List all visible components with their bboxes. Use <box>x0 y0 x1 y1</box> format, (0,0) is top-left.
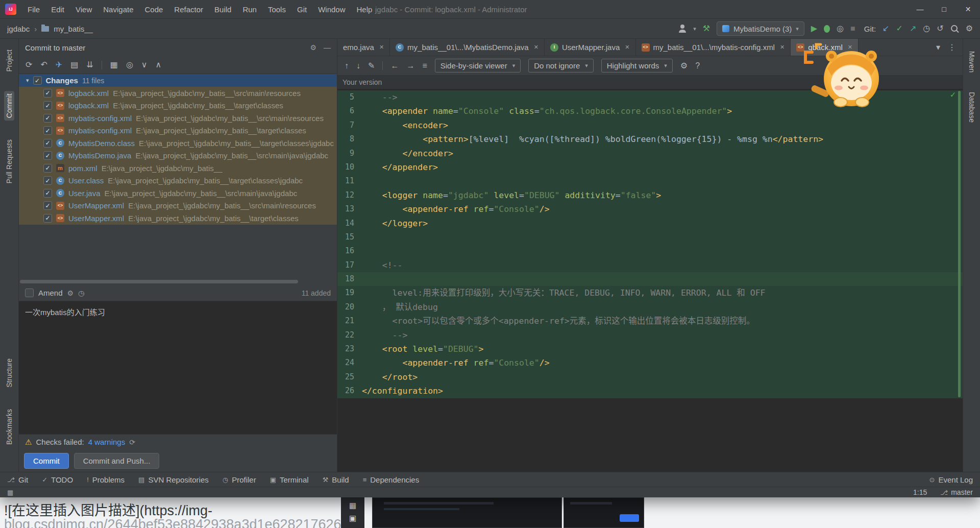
code-line[interactable]: 26</configuration> <box>337 384 963 398</box>
close-button[interactable]: ✕ <box>956 0 980 18</box>
unshelve-icon[interactable]: ⇊ <box>86 61 93 69</box>
breadcrumb-item[interactable]: jgdabc <box>7 25 30 33</box>
expand-all-icon[interactable]: ∨ <box>141 61 148 69</box>
code-line[interactable]: 21 <root>可以包含零个或多个<appender-ref>元素，标识这个输… <box>337 314 963 328</box>
coverage-button[interactable]: ◎ <box>837 25 844 33</box>
next-diff-icon[interactable]: → <box>406 62 414 70</box>
editor-tab[interactable]: IUserMapper.java✕ <box>545 39 636 56</box>
menu-file[interactable]: File <box>22 3 45 16</box>
minimize-button[interactable]: — <box>908 0 932 18</box>
thumbnail-button[interactable] <box>620 514 639 522</box>
toolwindow-switcher-icon[interactable]: ▦ <box>7 489 13 496</box>
changed-file-row[interactable]: ✓CMybatisDemo.javaE:\java_project_\jgdab… <box>19 150 337 162</box>
diff-list-icon[interactable]: ≡ <box>422 62 427 70</box>
caret-position[interactable]: 1:15 <box>913 488 927 496</box>
commit-options-gear-icon[interactable]: ⚙ <box>67 290 74 297</box>
menu-navigate[interactable]: Navigate <box>98 3 138 16</box>
code-line[interactable]: 8 <pattern>[%level] %cyan([%thread]) %bo… <box>337 132 963 146</box>
breadcrumb-item[interactable]: my_batis__ <box>54 25 93 33</box>
run-button[interactable]: ▶ <box>811 25 817 33</box>
menu-help[interactable]: Help <box>352 3 378 16</box>
diff-settings-gear-icon[interactable]: ⚙ <box>680 62 688 70</box>
next-change-icon[interactable]: ↓ <box>356 62 360 70</box>
toolwindow-button-problems[interactable]: !Problems <box>87 475 125 484</box>
changed-file-row[interactable]: ✓<>UserMapper.xmlE:\java_project_\jgdabc… <box>19 200 337 212</box>
code-editor[interactable]: 5 -->6 <appender name="Console" class="c… <box>337 89 963 472</box>
collapse-all-icon[interactable]: ∧ <box>156 61 162 69</box>
menu-window[interactable]: Window <box>313 3 350 16</box>
chevron-down-icon[interactable]: ▾ <box>693 26 696 32</box>
code-line[interactable]: 24 <appender-ref ref="Console"/> <box>337 356 963 370</box>
file-checkbox[interactable]: ✓ <box>43 189 52 198</box>
code-line[interactable]: 11 <box>337 174 963 188</box>
code-line[interactable]: 7 <encoder> <box>337 118 963 132</box>
ignore-policy-select[interactable]: Do not ignore ▾ <box>528 59 594 73</box>
horizontal-scrollbar[interactable] <box>20 280 336 284</box>
close-tab-icon[interactable]: ✕ <box>625 44 629 51</box>
prev-change-icon[interactable]: ↑ <box>345 62 349 70</box>
shelve-icon[interactable]: ✈ <box>56 61 62 69</box>
user-account-icon[interactable] <box>678 25 687 33</box>
settings-gear-icon[interactable]: ⚙ <box>966 25 973 33</box>
toolwindow-button-profiler[interactable]: ◷Profiler <box>223 475 256 484</box>
commit-and-push-button[interactable]: Commit and Push... <box>74 453 160 469</box>
code-line[interactable]: 22 --> <box>337 328 963 342</box>
menu-refactor[interactable]: Refactor <box>169 3 208 16</box>
file-checkbox[interactable]: ✓ <box>43 201 52 210</box>
changed-file-row[interactable]: ✓CUser.javaE:\java_project_\jgdabc\my_ba… <box>19 187 337 200</box>
toolwindow-button-build[interactable]: ⚒Build <box>323 475 349 484</box>
rollback-icon[interactable]: ↶ <box>40 61 47 69</box>
file-checkbox[interactable]: ✓ <box>43 164 52 173</box>
commit-message-input[interactable]: 一次mybatis的入门练习 <box>19 301 337 435</box>
screenshot-thumbnail[interactable] <box>564 497 644 528</box>
floating-sidebar-toolbar[interactable]: ▦ ▣ <box>341 497 364 528</box>
file-checkbox[interactable]: ✓ <box>43 89 52 98</box>
code-line[interactable]: 25 </root> <box>337 370 963 384</box>
grid-icon[interactable]: ▦ <box>349 501 356 509</box>
code-line[interactable]: 10 </appender> <box>337 160 963 174</box>
file-checkbox[interactable]: ✓ <box>43 139 52 148</box>
group-by-icon[interactable]: ▦ <box>110 61 118 69</box>
stripe-item-maven[interactable]: Maven <box>968 51 976 73</box>
menu-code[interactable]: Code <box>139 3 168 16</box>
file-checkbox[interactable]: ✓ <box>43 151 52 160</box>
event-log-button[interactable]: ⊙ Event Log <box>929 475 973 484</box>
menu-build[interactable]: Build <box>209 3 236 16</box>
history-icon[interactable]: ◷ <box>923 25 930 33</box>
toolwindow-button-dependencies[interactable]: ≡Dependencies <box>363 475 420 484</box>
stripe-item-bookmarks[interactable]: Bookmarks <box>4 406 14 447</box>
code-line[interactable]: 12 <logger name="jgdabc" level="DEBUG" a… <box>337 188 963 202</box>
message-history-icon[interactable]: ◷ <box>78 290 84 297</box>
changed-file-row[interactable]: ✓<>UserMapper.xmlE:\java_project_\jgdabc… <box>19 212 337 225</box>
highlight-mode-select[interactable]: Highlight words ▾ <box>601 59 673 73</box>
file-checkbox[interactable]: ✓ <box>43 126 52 135</box>
scrollbar-thumb[interactable] <box>20 280 298 283</box>
debug-button[interactable] <box>824 25 830 33</box>
amend-label[interactable]: Amend <box>38 289 63 297</box>
menu-tools[interactable]: Tools <box>263 3 291 16</box>
tabs-dropdown-icon[interactable]: ▾ <box>936 43 940 52</box>
changes-checkbox[interactable]: ✓ <box>33 76 42 85</box>
chevron-down-icon[interactable]: ▾ <box>26 77 29 84</box>
code-line[interactable]: 15 <box>337 230 963 244</box>
toolwindow-button-git[interactable]: ⎇Git <box>7 475 28 484</box>
code-line[interactable]: 23 <root level="DEBUG"> <box>337 342 963 356</box>
stripe-item-pull-requests[interactable]: Pull Requests <box>4 137 14 186</box>
changed-file-row[interactable]: ✓<>mybatis-config.xmlE:\java_project_\jg… <box>19 125 337 137</box>
file-checkbox[interactable]: ✓ <box>43 114 52 123</box>
tabs-more-icon[interactable]: ⋮ <box>948 43 956 52</box>
menu-edit[interactable]: Edit <box>46 3 69 16</box>
close-tab-icon[interactable]: ✕ <box>379 44 384 51</box>
warnings-link[interactable]: 4 warnings <box>88 438 126 446</box>
stripe-item-project[interactable]: Project <box>4 47 14 75</box>
git-branch-widget[interactable]: ⎇ master <box>940 488 973 496</box>
file-checkbox[interactable]: ✓ <box>43 101 52 110</box>
code-line[interactable]: 16 <box>337 244 963 258</box>
code-line[interactable]: 19 level:用来设置打印级别，大小写无关：TRACE, DEBUG, IN… <box>337 286 963 300</box>
rerun-checks-icon[interactable]: ⟳ <box>129 439 135 446</box>
file-checkbox[interactable]: ✓ <box>43 214 52 223</box>
code-line[interactable]: 18 <box>337 272 963 286</box>
code-line[interactable]: 20 ， 默认debug <box>337 300 963 314</box>
build-hammer-icon[interactable]: ⚒ <box>703 25 710 33</box>
changed-file-row[interactable]: ✓CMybatisDemo.classE:\java_project_\jgda… <box>19 137 337 150</box>
